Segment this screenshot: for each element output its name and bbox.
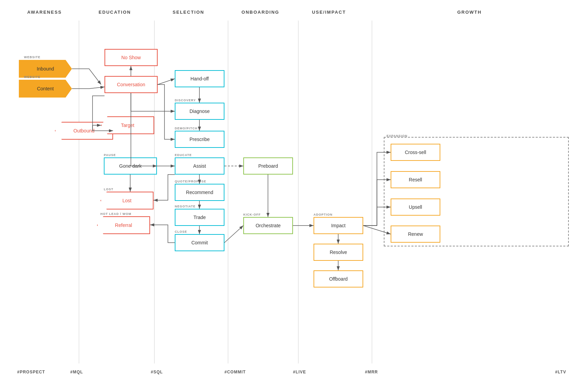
node-conversation: Conversation xyxy=(105,76,158,93)
node-lost: Lost xyxy=(100,192,154,209)
label-website-2: WEBSITE xyxy=(24,75,40,79)
hashtag-ltv: #LTV xyxy=(555,370,566,374)
header-use-impact: USE/IMPACT xyxy=(298,10,360,15)
node-resell: Resell xyxy=(391,171,440,188)
label-website-1: WEBSITE xyxy=(24,55,40,59)
node-cross-sell: Cross-sell xyxy=(391,144,440,161)
divider-2 xyxy=(228,21,228,363)
node-offboard: Offboard xyxy=(314,270,363,287)
label-close: CLOSE xyxy=(175,230,187,233)
label-adoption: ADOPTION xyxy=(314,213,333,216)
node-hand-off: Hand-off xyxy=(175,70,224,87)
hashtag-mql: #MQL xyxy=(70,370,83,374)
svg-line-12 xyxy=(224,226,243,243)
hashtag-mrr: #MRR xyxy=(365,370,378,374)
node-renew: Renew xyxy=(391,226,440,243)
node-impact: Impact xyxy=(314,217,363,234)
label-educate: EDUCATE xyxy=(175,153,192,157)
label-expansion: EXPANSION xyxy=(387,134,407,138)
label-kick-off: KICK-OFF xyxy=(243,213,261,216)
label-pause: PAUSE xyxy=(104,153,116,157)
node-upsell: Upsell xyxy=(391,199,440,216)
divider-4 xyxy=(372,21,372,363)
node-no-show: No Show xyxy=(105,49,158,66)
svg-line-3 xyxy=(158,79,175,85)
hashtag-commit: #COMMIT xyxy=(224,370,246,374)
node-target: Target xyxy=(101,116,154,134)
label-hot-lead: HOT LEAD / WoM xyxy=(100,212,132,216)
node-preboard: Preboard xyxy=(243,157,293,175)
node-recommend: Recommend xyxy=(175,184,224,201)
header-onboarding: ONBOARDING xyxy=(226,10,295,15)
divider-0 xyxy=(79,21,79,363)
label-quote-propose: QUOTE/PROPOSE xyxy=(175,180,206,183)
divider-1 xyxy=(154,21,155,363)
label-discovery: DISCOVERY xyxy=(175,99,196,102)
divider-3 xyxy=(298,21,298,363)
node-diagnose: Diagnose xyxy=(175,103,224,120)
node-commit: Commit xyxy=(175,234,224,251)
node-content: Content xyxy=(19,80,72,98)
hashtag-live: #LIVE xyxy=(293,370,306,374)
node-trade: Trade xyxy=(175,209,224,226)
header-selection: SELECTION xyxy=(154,10,223,15)
hashtag-sql: #SQL xyxy=(151,370,163,374)
node-prescribe: Prescribe xyxy=(175,131,224,148)
node-orchestrate: Orchestrate xyxy=(243,217,293,234)
node-resolve: Resolve xyxy=(314,244,363,261)
label-negotiate: NEGOTIATE xyxy=(175,205,196,208)
node-gone-dark: Gone dark xyxy=(104,157,157,175)
label-lost: LOST xyxy=(104,188,113,191)
label-demo-pitch: DEMO/PITCH xyxy=(175,127,198,130)
header-awareness: AWARENESS xyxy=(10,10,79,15)
node-assist: Assist xyxy=(175,157,224,175)
header-growth: GROWTH xyxy=(370,10,569,15)
hashtag-prospect: #PROSPECT xyxy=(17,370,45,374)
header-education: EDUCATION xyxy=(81,10,149,15)
node-referral: Referral xyxy=(97,216,150,234)
